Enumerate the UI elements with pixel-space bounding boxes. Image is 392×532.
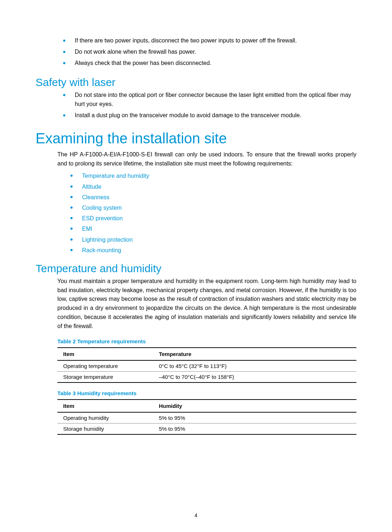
table-header: Humidity [153,400,356,412]
table-cell: Storage temperature [57,371,153,382]
list-item: Altitude [36,182,356,192]
power-bullets: If there are two power inputs, disconnec… [36,36,356,67]
bullet-icon [70,175,73,177]
table-header: Item [57,348,153,360]
examining-installation-site-heading: Examining the installation site [36,130,356,147]
list-text: Do not stare into the optical port or fi… [75,92,351,107]
list-text: Always check that the power has been dis… [75,60,211,66]
table-3-caption: Table 3 Humidity requirements [36,390,356,396]
table-cell: Storage humidity [57,423,153,434]
table-cell: 0°C to 45°C (32°F to 113°F) [153,360,356,372]
temp-body: You must maintain a proper temperature a… [36,277,356,331]
safety-with-laser-heading: Safety with laser [36,76,356,89]
list-item: Rack-mounting [36,245,356,255]
laser-bullets: Do not stare into the optical port or fi… [36,91,356,120]
table-cell: –40°C to 70°C(–40°F to 158°F) [153,371,356,382]
list-text: If there are two power inputs, disconnec… [75,37,297,44]
table-3-humidity: Item Humidity Operating humidity 5% to 9… [57,399,356,435]
list-item: Do not stare into the optical port or fi… [36,91,356,109]
bullet-icon [70,217,73,219]
link-esd-prevention[interactable]: ESD prevention [82,215,123,221]
bullet-icon [70,228,73,230]
bullet-icon [63,62,65,64]
bullet-icon [70,249,73,251]
page: If there are two power inputs, disconnec… [0,0,392,532]
table-2-caption: Table 2 Temperature requirements [36,338,356,344]
bullet-icon [63,94,65,96]
link-temperature-humidity[interactable]: Temperature and humidity [82,173,149,179]
link-cleanness[interactable]: Cleanness [82,194,110,200]
link-lightning-protection[interactable]: Lightning protection [82,237,133,243]
list-item: Temperature and humidity [36,171,356,181]
bullet-icon [70,238,73,241]
list-text: Do not work alone when the firewall has … [75,49,196,55]
table-row: Operating temperature 0°C to 45°C (32°F … [57,360,356,372]
list-item: Cooling system [36,203,356,213]
requirement-links: Temperature and humidity Altitude Cleann… [36,171,356,255]
table-cell: Operating humidity [57,412,153,423]
bullet-icon [63,40,65,42]
table-row: Storage temperature –40°C to 70°C(–40°F … [57,371,356,382]
list-item: Install a dust plug on the transceiver m… [36,111,356,120]
list-text: Install a dust plug on the transceiver m… [75,112,301,118]
table-header: Temperature [153,348,356,360]
table-cell: 5% to 95% [153,423,356,434]
list-item: If there are two power inputs, disconnec… [36,36,356,45]
table-2-temperature: Item Temperature Operating temperature 0… [57,347,356,383]
list-item: Lightning protection [36,235,356,245]
bullet-icon [70,196,73,198]
page-number: 4 [0,512,392,518]
bullet-icon [63,51,65,53]
list-item: Cleanness [36,192,356,202]
table-cell: 5% to 95% [153,412,356,423]
table-cell: Operating temperature [57,360,153,372]
link-altitude[interactable]: Altitude [82,184,101,190]
list-item: ESD prevention [36,213,356,223]
bullet-icon [63,114,65,116]
bullet-icon [70,185,73,188]
link-rack-mounting[interactable]: Rack-mounting [82,247,121,253]
list-item: Always check that the power has been dis… [36,59,356,68]
list-item: EMI [36,224,356,234]
exam-intro: The HP A-F1000-A-EI/A-F1000-S-EI firewal… [36,150,356,168]
link-emi[interactable]: EMI [82,226,92,232]
table-header: Item [57,400,153,412]
link-cooling-system[interactable]: Cooling system [82,205,122,211]
table-row: Storage humidity 5% to 95% [57,423,356,434]
temperature-humidity-heading: Temperature and humidity [36,262,356,275]
bullet-icon [70,206,73,209]
table-row: Operating humidity 5% to 95% [57,412,356,423]
list-item: Do not work alone when the firewall has … [36,48,356,57]
